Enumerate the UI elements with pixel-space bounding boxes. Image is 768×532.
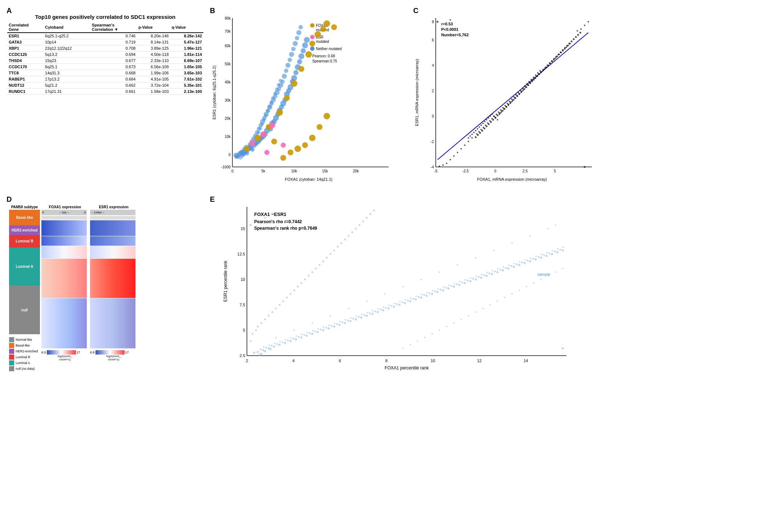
svg-point-221 — [496, 114, 497, 115]
svg-point-97 — [293, 41, 298, 46]
svg-point-597 — [264, 217, 266, 219]
svg-point-294 — [520, 92, 522, 93]
basal-like-block: Basal-like — [9, 210, 40, 225]
cytoband-value: 15q23 — [44, 58, 90, 64]
svg-point-403 — [540, 257, 542, 259]
svg-point-272 — [486, 119, 487, 120]
pval-value: 2.33e-110 — [137, 58, 170, 64]
svg-point-451 — [494, 271, 496, 273]
svg-point-364 — [328, 327, 330, 330]
table-row: CCDC125 5q13.2 0.694 4.50e-118 1.81e-114 — [7, 52, 203, 58]
svg-point-390 — [469, 280, 471, 282]
svg-point-219 — [577, 34, 579, 36]
svg-point-524 — [348, 308, 349, 309]
svg-point-596 — [249, 224, 252, 226]
svg-point-355 — [279, 344, 281, 346]
svg-point-557 — [319, 264, 321, 266]
correlation-table: CorrelatedGene Cytoband Spearman'sCorrel… — [7, 22, 203, 95]
col-qval: q-Value — [170, 22, 203, 33]
svg-point-526 — [384, 293, 386, 295]
svg-point-490 — [405, 299, 406, 300]
svg-point-515 — [541, 254, 542, 255]
svg-point-598 — [562, 347, 564, 349]
pval-value: 8.20e-146 — [137, 33, 170, 39]
svg-point-262 — [584, 25, 585, 26]
svg-point-315 — [558, 54, 560, 55]
svg-text:2.5: 2.5 — [523, 169, 528, 173]
svg-point-548 — [286, 297, 288, 299]
svg-text:-5: -5 — [434, 169, 438, 173]
svg-point-417 — [309, 332, 311, 334]
svg-point-569 — [362, 221, 364, 222]
svg-point-302 — [535, 77, 536, 79]
svg-point-481 — [355, 315, 357, 317]
svg-point-121 — [271, 96, 275, 100]
svg-point-309 — [548, 65, 549, 66]
svg-point-92 — [284, 69, 288, 73]
svg-point-537 — [250, 340, 252, 342]
svg-point-278 — [475, 130, 476, 131]
esr1-luminal-b — [90, 246, 135, 258]
svg-point-431 — [385, 307, 387, 309]
foxa1-scale-label: log2(norm_count+1) — [41, 355, 89, 361]
svg-point-98 — [295, 36, 299, 40]
esr1-scale: 6.8 17 — [90, 350, 137, 355]
svg-text:ESR1, mRNA expression (microar: ESR1, mRNA expression (microarray) — [415, 59, 419, 126]
svg-point-485 — [377, 308, 379, 310]
svg-point-478 — [339, 321, 341, 322]
gene-name: ESR1 — [7, 33, 44, 39]
svg-point-116 — [262, 118, 266, 122]
luminal-a-block: Luminal A — [9, 247, 40, 286]
svg-point-482 — [361, 314, 362, 315]
svg-point-379 — [409, 300, 411, 302]
svg-point-314 — [557, 56, 558, 57]
qval-value: 6.69e-107 — [170, 58, 203, 64]
svg-point-574 — [410, 344, 411, 345]
svg-point-591 — [533, 282, 535, 284]
panel-d: D PAM50 subtype Basal-like HER2-enriched… — [4, 192, 207, 381]
svg-point-280 — [471, 134, 473, 135]
corr-value: 0.677 — [90, 58, 137, 64]
gene-name: CCDC170 — [7, 64, 44, 70]
svg-point-377 — [398, 304, 401, 306]
svg-text:10k: 10k — [291, 169, 297, 173]
svg-text:10: 10 — [431, 359, 435, 363]
svg-point-123 — [275, 87, 279, 91]
svg-point-67 — [302, 42, 308, 48]
esr1-heatmap-label: ESR1 expression — [90, 205, 137, 209]
corr-value: 0.673 — [90, 64, 137, 70]
svg-point-285 — [504, 108, 505, 110]
svg-text:8: 8 — [385, 359, 387, 363]
svg-text:6: 6 — [339, 359, 341, 363]
svg-point-573 — [402, 348, 404, 349]
svg-point-220 — [580, 32, 581, 34]
foxa1-her2 — [41, 236, 87, 246]
svg-point-245 — [528, 81, 530, 82]
panel-a-label: A — [7, 7, 12, 15]
esr1-scale-label: log2(norm_count+1) — [90, 355, 137, 361]
svg-point-430 — [380, 309, 382, 311]
svg-point-516 — [546, 252, 548, 253]
svg-point-119 — [268, 105, 271, 109]
svg-point-502 — [470, 277, 471, 279]
svg-text:10k: 10k — [225, 135, 231, 139]
svg-point-475 — [323, 326, 324, 328]
svg-point-366 — [338, 324, 341, 326]
panel-b: B -1000 0 10k 20k 30k 40k 50k 60k 70k 80… — [207, 4, 410, 192]
scatter-plot-e: 2.5 5 7.5 10 12.5 15 2 4 6 8 10 12 14 FO… — [222, 203, 585, 374]
svg-point-519 — [562, 246, 564, 248]
svg-text:0: 0 — [228, 153, 231, 157]
svg-point-317 — [562, 50, 564, 52]
qval-value: 5.35e-101 — [170, 82, 203, 89]
svg-point-301 — [533, 79, 535, 81]
svg-point-589 — [519, 290, 520, 291]
svg-text:2: 2 — [432, 89, 434, 93]
svg-point-590 — [526, 286, 527, 287]
svg-point-580 — [453, 322, 455, 324]
svg-point-542 — [264, 319, 266, 320]
corr-value: 0.708 — [90, 45, 137, 52]
svg-text:P<0.0001: P<0.0001 — [441, 27, 458, 32]
svg-point-388 — [458, 284, 460, 286]
svg-point-469 — [290, 337, 292, 339]
corr-value: 0.664 — [90, 76, 137, 82]
